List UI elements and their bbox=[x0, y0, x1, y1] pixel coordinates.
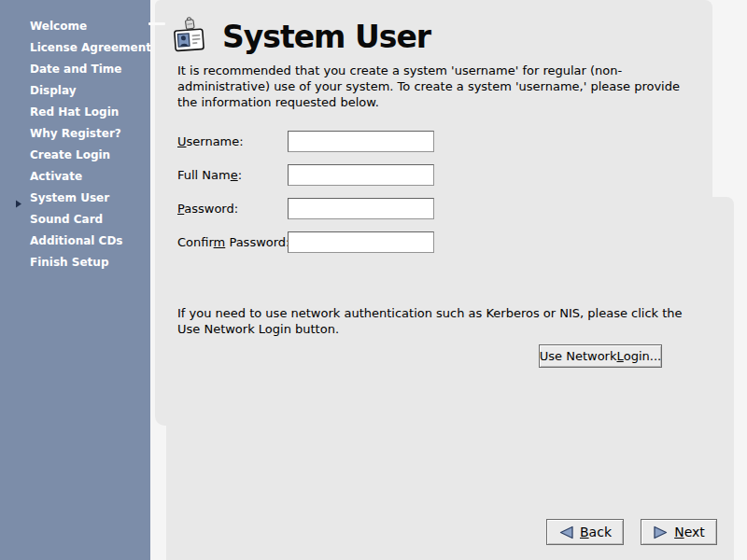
sidebar-item-welcome: Welcome bbox=[0, 16, 150, 37]
wizard-step-sidebar: Welcome License Agreement Date and Time … bbox=[0, 0, 150, 560]
confirm-password-input[interactable] bbox=[288, 231, 434, 253]
sidebar-item-additional-cds: Additional CDs bbox=[0, 231, 150, 252]
sidebar-item-red-hat-login: Red Hat Login bbox=[0, 102, 150, 123]
sidebar-item-sound-card: Sound Card bbox=[0, 209, 150, 231]
next-button[interactable]: Next bbox=[641, 519, 717, 545]
back-arrow-icon bbox=[558, 525, 574, 539]
sidebar-item-why-register: Why Register? bbox=[0, 123, 150, 145]
sidebar-connector-line bbox=[148, 22, 165, 25]
next-arrow-icon bbox=[653, 525, 669, 539]
use-network-login-button[interactable]: Use Network Login... bbox=[539, 344, 662, 368]
sidebar-item-system-user: System User bbox=[0, 188, 150, 209]
sidebar-item-date-and-time: Date and Time bbox=[0, 59, 150, 80]
confirm-password-label: Confirm Password: bbox=[177, 231, 289, 253]
network-auth-line: Use Network Login button. bbox=[177, 321, 683, 337]
intro-line: It is recommended that you create a syst… bbox=[177, 63, 680, 78]
sidebar-item-create-login: Create Login bbox=[0, 145, 150, 166]
intro-line: administrative) use of your system. To c… bbox=[177, 78, 680, 94]
network-auth-text: If you need to use network authenticatio… bbox=[177, 305, 683, 337]
password-input[interactable] bbox=[288, 198, 434, 219]
sidebar-item-finish-setup: Finish Setup bbox=[0, 252, 150, 273]
back-button[interactable]: Back bbox=[546, 519, 624, 545]
username-input[interactable] bbox=[288, 131, 434, 152]
intro-line: the information requested below. bbox=[177, 94, 680, 110]
sidebar-item-label: System User bbox=[30, 191, 109, 204]
intro-text: It is recommended that you create a syst… bbox=[177, 63, 680, 110]
current-step-arrow-icon bbox=[15, 194, 22, 203]
wizard-step-list: Welcome License Agreement Date and Time … bbox=[0, 0, 150, 273]
sidebar-item-activate: Activate bbox=[0, 166, 150, 188]
page-title: System User bbox=[222, 19, 430, 55]
id-badge-icon bbox=[173, 17, 206, 54]
sidebar-item-license-agreement: License Agreement bbox=[0, 37, 150, 59]
password-label: Password: bbox=[177, 198, 238, 219]
username-label: Username: bbox=[177, 131, 244, 152]
full-name-label: Full Name: bbox=[177, 164, 242, 186]
firstboot-window: Welcome License Agreement Date and Time … bbox=[0, 0, 747, 560]
full-name-input[interactable] bbox=[288, 164, 434, 186]
sidebar-item-display: Display bbox=[0, 80, 150, 102]
network-auth-line: If you need to use network authenticatio… bbox=[177, 305, 683, 321]
